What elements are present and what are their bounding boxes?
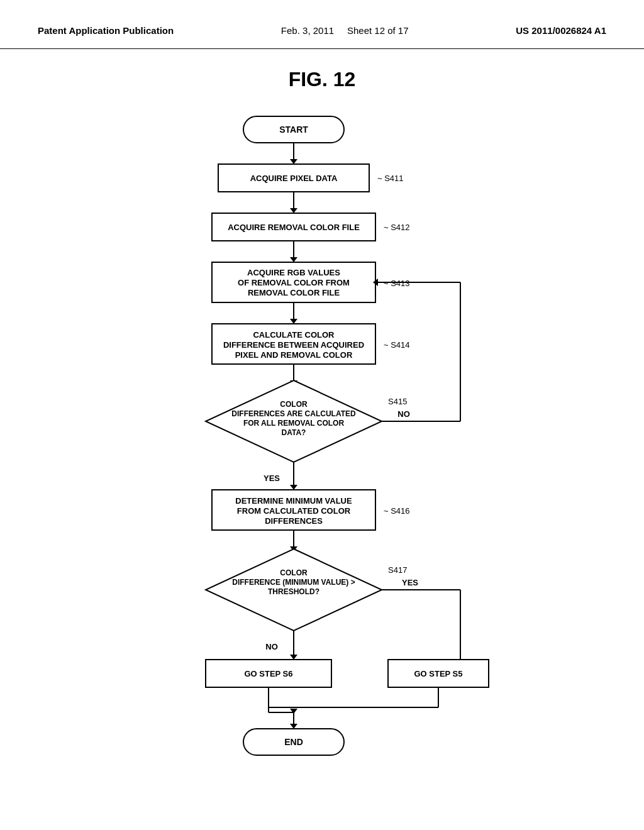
- main-content: FIG. 12 START ACQUIRE PIXEL DATA ~ S411 …: [0, 49, 644, 789]
- svg-text:DETERMINE MINIMUM VALUE: DETERMINE MINIMUM VALUE: [235, 496, 352, 506]
- svg-text:PIXEL AND REMOVAL COLOR: PIXEL AND REMOVAL COLOR: [235, 350, 353, 360]
- svg-text:OF REMOVAL COLOR FROM: OF REMOVAL COLOR FROM: [238, 278, 350, 287]
- header-center: Feb. 3, 2011 Sheet 12 of 17: [281, 25, 409, 36]
- svg-text:FOR ALL REMOVAL COLOR: FOR ALL REMOVAL COLOR: [243, 419, 345, 428]
- svg-text:GO STEP S5: GO STEP S5: [414, 669, 462, 678]
- svg-text:CALCULATE COLOR: CALCULATE COLOR: [253, 330, 335, 340]
- svg-marker-13: [290, 257, 297, 262]
- svg-marker-3: [290, 159, 297, 164]
- svg-marker-71: [290, 724, 297, 729]
- svg-text:~ S416: ~ S416: [384, 506, 410, 516]
- svg-text:DIFFERENCES ARE CALCULATED: DIFFERENCES ARE CALCULATED: [231, 409, 356, 418]
- svg-text:YES: YES: [402, 578, 418, 587]
- svg-text:FROM CALCULATED COLOR: FROM CALCULATED COLOR: [237, 506, 351, 516]
- svg-text:ACQUIRE PIXEL DATA: ACQUIRE PIXEL DATA: [250, 174, 338, 183]
- svg-text:REMOVAL COLOR FILE: REMOVAL COLOR FILE: [248, 288, 340, 297]
- flowchart-diagram: START ACQUIRE PIXEL DATA ~ S411 ACQUIRE …: [102, 110, 542, 789]
- publication-label: Patent Application Publication: [38, 25, 174, 36]
- svg-text:ACQUIRE REMOVAL COLOR FILE: ACQUIRE REMOVAL COLOR FILE: [228, 223, 360, 232]
- page: Patent Application Publication Feb. 3, 2…: [0, 0, 644, 830]
- header-right: US 2011/0026824 A1: [516, 25, 606, 36]
- svg-text:NO: NO: [265, 642, 278, 651]
- svg-text:ACQUIRE RGB VALUES: ACQUIRE RGB VALUES: [247, 268, 340, 277]
- svg-marker-20: [290, 319, 297, 324]
- header-left: Patent Application Publication: [38, 25, 174, 36]
- svg-text:~ S414: ~ S414: [384, 340, 410, 350]
- header: Patent Application Publication Feb. 3, 2…: [0, 0, 644, 49]
- svg-text:S415: S415: [388, 397, 407, 406]
- svg-text:THRESHOLD?: THRESHOLD?: [268, 587, 319, 596]
- svg-text:COLOR: COLOR: [280, 400, 308, 409]
- header-date: Feb. 3, 2011: [281, 25, 334, 36]
- svg-text:START: START: [279, 124, 308, 135]
- svg-marker-8: [290, 208, 297, 213]
- svg-marker-55: [290, 655, 297, 660]
- svg-text:GO STEP S6: GO STEP S6: [244, 669, 292, 678]
- svg-text:~ S411: ~ S411: [377, 174, 404, 183]
- svg-text:~ S413: ~ S413: [384, 279, 410, 288]
- svg-text:S417: S417: [388, 565, 407, 575]
- svg-text:END: END: [284, 737, 303, 747]
- svg-text:NO: NO: [397, 409, 410, 419]
- svg-text:DIFFERENCE (MINIMUM VALUE) >: DIFFERENCE (MINIMUM VALUE) >: [232, 578, 355, 587]
- svg-text:DIFFERENCES: DIFFERENCES: [265, 516, 323, 526]
- svg-marker-35: [290, 485, 297, 490]
- svg-text:~ S412: ~ S412: [384, 223, 410, 232]
- svg-text:DIFFERENCE BETWEEN ACQUIRED: DIFFERENCE BETWEEN ACQUIRED: [223, 340, 364, 350]
- svg-text:COLOR: COLOR: [280, 568, 308, 577]
- figure-title: FIG. 12: [289, 68, 356, 91]
- svg-text:DATA?: DATA?: [282, 428, 306, 437]
- patent-number: US 2011/0026824 A1: [516, 25, 606, 36]
- svg-text:YES: YES: [264, 473, 280, 483]
- header-sheet: Sheet 12 of 17: [347, 25, 409, 36]
